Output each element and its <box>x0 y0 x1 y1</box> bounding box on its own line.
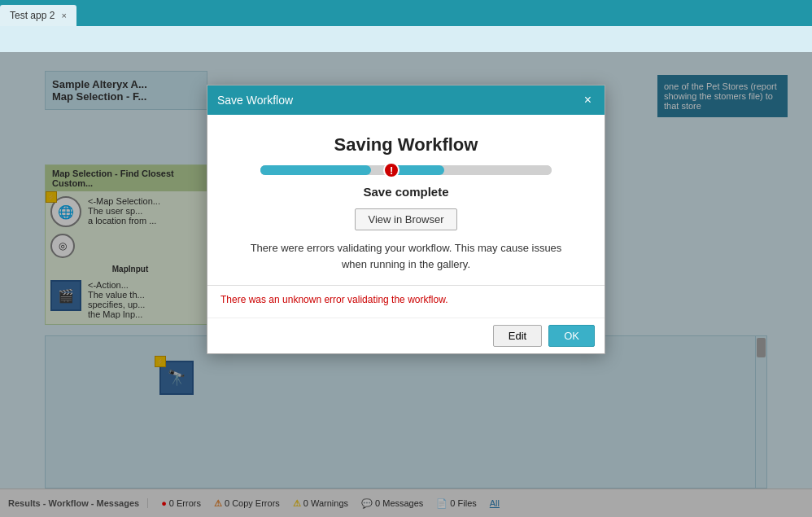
modal-error-section: There was an unknown error validating th… <box>207 285 605 318</box>
validation-warning-text: There were errors validating your workfl… <box>243 240 569 272</box>
progress-bar: ! <box>260 165 552 175</box>
save-complete-label: Save complete <box>363 185 448 199</box>
tab-close-icon[interactable]: × <box>61 11 66 20</box>
tab-label: Test app 2 <box>10 10 55 21</box>
tab-test-app-2[interactable]: Test app 2 × <box>0 5 76 26</box>
modal-overlay: Save Workflow × Saving Workflow ! Save c… <box>0 52 812 517</box>
progress-bar-active <box>260 165 371 175</box>
modal-close-button[interactable]: × <box>581 92 595 108</box>
error-message-text: There was an unknown error validating th… <box>220 294 447 305</box>
modal-footer: Edit OK <box>207 318 605 353</box>
progress-error-indicator: ! <box>383 162 399 178</box>
edit-button[interactable]: Edit <box>493 325 542 347</box>
save-workflow-dialog: Save Workflow × Saving Workflow ! Save c… <box>207 85 605 354</box>
modal-header: Save Workflow × <box>207 85 605 115</box>
view-in-browser-button[interactable]: View in Browser <box>355 208 458 230</box>
modal-title: Save Workflow <box>217 94 293 107</box>
modal-heading: Saving Workflow <box>334 134 478 156</box>
modal-body: Saving Workflow ! Save complete View in … <box>207 115 605 285</box>
ok-button[interactable]: OK <box>548 325 595 347</box>
tab-bar: Test app 2 × <box>0 0 812 26</box>
canvas-area: Sample Alteryx A... Map Selection - F...… <box>0 26 812 517</box>
